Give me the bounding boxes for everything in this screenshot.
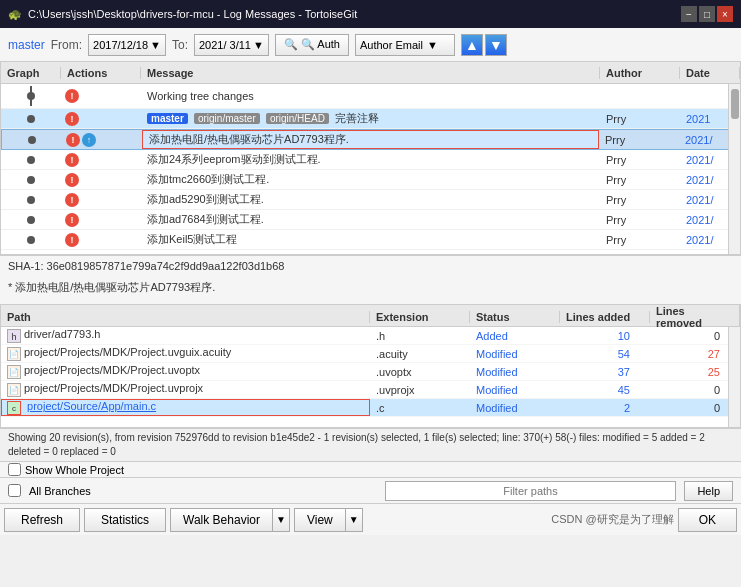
log-table: Graph Actions Message Author Date ! Work… xyxy=(0,62,741,255)
all-branches-checkbox[interactable] xyxy=(8,484,21,497)
status-cell: Modified xyxy=(470,365,560,379)
path-cell: 📄project/Projects/MDK/Project.uvprojx xyxy=(1,381,370,397)
status-cell: Added xyxy=(470,329,560,343)
actions-cell: ! ↑ xyxy=(62,132,142,148)
branch-label[interactable]: master xyxy=(8,38,45,52)
bottom-buttons: Refresh Statistics Walk Behavior ▼ View … xyxy=(0,503,741,535)
table-row[interactable]: ! Working tree changes xyxy=(1,84,740,109)
message-cell: 添加ad7684到测试工程. xyxy=(141,211,600,228)
path-cell: hdriver/ad7793.h xyxy=(1,327,370,343)
up-arrow-button[interactable]: ▲ xyxy=(461,34,483,56)
commit-message: * 添加热电阻/热电偶驱动芯片AD7793程序. xyxy=(8,280,733,295)
table-row[interactable]: 📄project/Projects/MDK/Project.uvprojx .u… xyxy=(1,381,740,399)
table-row[interactable]: ! 添加ad7684到测试工程. Prry 2021/ xyxy=(1,210,740,230)
log-body: ! Working tree changes ! master origin/m… xyxy=(1,84,740,254)
down-arrow-button[interactable]: ▼ xyxy=(485,34,507,56)
from-date-input[interactable]: 2017/12/18 ▼ xyxy=(88,34,166,56)
files-body: hdriver/ad7793.h .h Added 10 0 📄project/… xyxy=(1,327,740,427)
show-whole-project-checkbox[interactable] xyxy=(8,463,21,476)
actions-cell: ! xyxy=(61,88,141,104)
status-bar: Showing 20 revision(s), from revision 75… xyxy=(0,428,741,461)
actions-cell: ! xyxy=(61,212,141,228)
status-cell: Modified xyxy=(470,347,560,361)
warning-icon: ! xyxy=(65,173,79,187)
actions-cell: ! xyxy=(61,192,141,208)
log-table-header: Graph Actions Message Author Date xyxy=(1,62,740,84)
table-row[interactable]: ! 添加Keil5测试工程 Prry 2021/ xyxy=(1,230,740,250)
message-cell: master origin/master origin/HEAD 完善注释 xyxy=(141,110,600,127)
status-cell: Modified xyxy=(470,383,560,397)
app-icon: 🐢 xyxy=(8,8,22,21)
log-scrollbar[interactable] xyxy=(728,84,740,254)
graph-cell xyxy=(1,214,61,226)
all-branches-label: All Branches xyxy=(29,485,91,497)
table-row[interactable]: c project/Source/App/main.c .c Modified … xyxy=(1,399,740,417)
warning-icon: ! xyxy=(66,133,80,147)
graph-cell xyxy=(2,134,62,146)
nav-arrows: ▲ ▼ xyxy=(461,34,507,56)
table-row[interactable]: 📄project/Projects/MDK/Project.uvguix.acu… xyxy=(1,345,740,363)
graph-cell xyxy=(1,84,61,108)
col-message: Message xyxy=(141,67,600,79)
to-date-input[interactable]: 2021/ 3/11 ▼ xyxy=(194,34,269,56)
table-row[interactable]: ! master origin/master origin/HEAD 完善注释 … xyxy=(1,109,740,129)
message-cell: 添加24系列eeprom驱动到测试工程. xyxy=(141,151,600,168)
author-email-dropdown[interactable]: Author Email ▼ xyxy=(355,34,455,56)
table-row[interactable]: hdriver/ad7793.h .h Added 10 0 xyxy=(1,327,740,345)
toolbar: master From: 2017/12/18 ▼ To: 2021/ 3/11… xyxy=(0,28,741,62)
col-graph: Graph xyxy=(1,67,61,79)
actions-cell: ! xyxy=(61,232,141,248)
col-date: Date xyxy=(680,67,740,79)
walk-behavior-button[interactable]: Walk Behavior xyxy=(170,508,272,532)
tag-origin-head: origin/HEAD xyxy=(266,113,329,124)
sha-section: SHA-1: 36e0819857871e799a74c2f9dd9aa122f… xyxy=(0,255,741,305)
lines-removed-cell: 0 xyxy=(650,383,740,397)
ext-cell: .uvprojx xyxy=(370,383,470,397)
files-scrollbar[interactable] xyxy=(728,327,740,427)
author-cell: Prry xyxy=(600,153,680,167)
show-whole-project-label: Show Whole Project xyxy=(25,464,124,476)
lines-removed-cell: 0 xyxy=(650,329,740,343)
search-button[interactable]: 🔍 🔍 Auth xyxy=(275,34,349,56)
actions-cell: ! xyxy=(61,172,141,188)
table-row[interactable]: ! 添加ad5290到测试工程. Prry 2021/ xyxy=(1,190,740,210)
table-row[interactable]: 📄project/Projects/MDK/Project.uvoptx .uv… xyxy=(1,363,740,381)
refresh-button[interactable]: Refresh xyxy=(4,508,80,532)
author-cell: Prry xyxy=(600,193,680,207)
warning-icon: ! xyxy=(65,233,79,247)
graph-cell xyxy=(1,234,61,246)
sha-line: SHA-1: 36e0819857871e799a74c2f9dd9aa122f… xyxy=(8,260,733,272)
view-button[interactable]: View xyxy=(294,508,345,532)
filter-row: All Branches Help xyxy=(0,477,741,503)
statistics-button[interactable]: Statistics xyxy=(84,508,166,532)
walk-behavior-split-button: Walk Behavior ▼ xyxy=(170,508,290,532)
close-button[interactable]: × xyxy=(717,6,733,22)
warning-icon: ! xyxy=(65,89,79,103)
ok-button[interactable]: OK xyxy=(678,508,737,532)
help-button[interactable]: Help xyxy=(684,481,733,501)
warning-icon: ! xyxy=(65,112,79,126)
minimize-button[interactable]: − xyxy=(681,6,697,22)
search-icon: 🔍 xyxy=(284,38,298,51)
graph-cell xyxy=(1,154,61,166)
lines-removed-cell: 0 xyxy=(650,401,740,415)
table-row[interactable]: ! 添加24系列eeprom驱动到测试工程. Prry 2021/ xyxy=(1,150,740,170)
lines-added-cell: 2 xyxy=(560,401,650,415)
walk-behavior-dropdown-arrow[interactable]: ▼ xyxy=(272,508,290,532)
view-dropdown-arrow[interactable]: ▼ xyxy=(345,508,363,532)
warning-icon: ! xyxy=(65,213,79,227)
table-row[interactable]: ! 添加tmc2660到测试工程. Prry 2021/ xyxy=(1,170,740,190)
maximize-button[interactable]: □ xyxy=(699,6,715,22)
message-cell: 添加ad5290到测试工程. xyxy=(141,191,600,208)
message-cell: Working tree changes xyxy=(141,89,600,103)
lines-added-cell: 54 xyxy=(560,347,650,361)
title-text: C:\Users\jssh\Desktop\drivers-for-mcu - … xyxy=(28,8,357,20)
col-author: Author xyxy=(600,67,680,79)
lines-removed-cell: 27 xyxy=(650,347,740,361)
table-row[interactable]: ! ↑ 添加热电阻/热电偶驱动芯片AD7793程序. Prry 2021/ xyxy=(1,129,740,150)
lines-removed-cell: 25 xyxy=(650,365,740,379)
ext-cell: .c xyxy=(370,401,470,415)
col-lines-added: Lines added xyxy=(560,311,650,323)
filter-paths-input[interactable] xyxy=(385,481,677,501)
warning-icon: ! xyxy=(65,153,79,167)
